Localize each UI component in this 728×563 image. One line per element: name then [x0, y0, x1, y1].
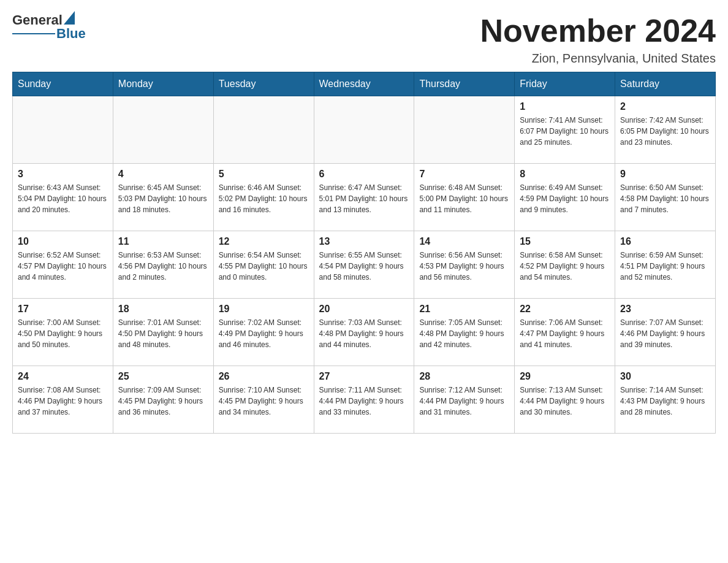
- calendar-cell: 22Sunrise: 7:06 AM Sunset: 4:47 PM Dayli…: [515, 299, 615, 366]
- calendar-cell: [13, 96, 113, 164]
- calendar-cell: 19Sunrise: 7:02 AM Sunset: 4:49 PM Dayli…: [213, 299, 314, 366]
- col-header-sunday: Sunday: [13, 72, 113, 96]
- day-number: 23: [620, 304, 710, 315]
- week-row-5: 24Sunrise: 7:08 AM Sunset: 4:46 PM Dayli…: [13, 366, 716, 434]
- col-header-wednesday: Wednesday: [314, 72, 414, 96]
- day-info: Sunrise: 6:46 AM Sunset: 5:02 PM Dayligh…: [219, 182, 309, 215]
- calendar-cell: 18Sunrise: 7:01 AM Sunset: 4:50 PM Dayli…: [113, 299, 213, 366]
- day-number: 9: [620, 169, 710, 180]
- day-info: Sunrise: 7:10 AM Sunset: 4:45 PM Dayligh…: [219, 385, 309, 418]
- calendar-cell: 6Sunrise: 6:47 AM Sunset: 5:01 PM Daylig…: [314, 164, 414, 231]
- calendar-cell: 11Sunrise: 6:53 AM Sunset: 4:56 PM Dayli…: [113, 231, 213, 299]
- calendar-cell: 8Sunrise: 6:49 AM Sunset: 4:59 PM Daylig…: [515, 164, 615, 231]
- day-number: 21: [419, 304, 509, 315]
- day-info: Sunrise: 7:00 AM Sunset: 4:50 PM Dayligh…: [18, 317, 108, 350]
- calendar-cell: 12Sunrise: 6:54 AM Sunset: 4:55 PM Dayli…: [213, 231, 314, 299]
- day-number: 27: [319, 371, 409, 382]
- week-row-1: 1Sunrise: 7:41 AM Sunset: 6:07 PM Daylig…: [13, 96, 716, 164]
- calendar-cell: 30Sunrise: 7:14 AM Sunset: 4:43 PM Dayli…: [615, 366, 716, 434]
- day-info: Sunrise: 6:53 AM Sunset: 4:56 PM Dayligh…: [118, 250, 208, 283]
- day-info: Sunrise: 6:58 AM Sunset: 4:52 PM Dayligh…: [520, 250, 610, 283]
- calendar-table: SundayMondayTuesdayWednesdayThursdayFrid…: [12, 72, 716, 434]
- calendar-cell: 28Sunrise: 7:12 AM Sunset: 4:44 PM Dayli…: [414, 366, 515, 434]
- page-header: General Blue November 2024 Zion, Pennsyl…: [12, 12, 716, 66]
- day-number: 13: [319, 236, 409, 247]
- day-number: 26: [219, 371, 309, 382]
- day-info: Sunrise: 6:56 AM Sunset: 4:53 PM Dayligh…: [419, 250, 509, 283]
- day-info: Sunrise: 6:54 AM Sunset: 4:55 PM Dayligh…: [219, 250, 309, 283]
- logo-blue-text: Blue: [56, 26, 86, 42]
- calendar-cell: [414, 96, 515, 164]
- day-number: 1: [520, 101, 610, 112]
- calendar-cell: 27Sunrise: 7:11 AM Sunset: 4:44 PM Dayli…: [314, 366, 414, 434]
- day-number: 10: [18, 236, 108, 247]
- day-number: 18: [118, 304, 208, 315]
- col-header-thursday: Thursday: [414, 72, 515, 96]
- day-info: Sunrise: 7:09 AM Sunset: 4:45 PM Dayligh…: [118, 385, 208, 418]
- calendar-cell: 29Sunrise: 7:13 AM Sunset: 4:44 PM Dayli…: [515, 366, 615, 434]
- calendar-cell: 3Sunrise: 6:43 AM Sunset: 5:04 PM Daylig…: [13, 164, 113, 231]
- week-row-3: 10Sunrise: 6:52 AM Sunset: 4:57 PM Dayli…: [13, 231, 716, 299]
- calendar-cell: 9Sunrise: 6:50 AM Sunset: 4:58 PM Daylig…: [615, 164, 716, 231]
- day-info: Sunrise: 6:45 AM Sunset: 5:03 PM Dayligh…: [118, 182, 208, 215]
- col-header-monday: Monday: [113, 72, 213, 96]
- day-info: Sunrise: 7:13 AM Sunset: 4:44 PM Dayligh…: [520, 385, 610, 418]
- day-number: 28: [419, 371, 509, 382]
- calendar-cell: 20Sunrise: 7:03 AM Sunset: 4:48 PM Dayli…: [314, 299, 414, 366]
- calendar-cell: 13Sunrise: 6:55 AM Sunset: 4:54 PM Dayli…: [314, 231, 414, 299]
- calendar-cell: 1Sunrise: 7:41 AM Sunset: 6:07 PM Daylig…: [515, 96, 615, 164]
- calendar-cell: 10Sunrise: 6:52 AM Sunset: 4:57 PM Dayli…: [13, 231, 113, 299]
- calendar-cell: 7Sunrise: 6:48 AM Sunset: 5:00 PM Daylig…: [414, 164, 515, 231]
- calendar-cell: 16Sunrise: 6:59 AM Sunset: 4:51 PM Dayli…: [615, 231, 716, 299]
- location-text: Zion, Pennsylvania, United States: [480, 52, 716, 66]
- day-number: 16: [620, 236, 710, 247]
- day-number: 14: [419, 236, 509, 247]
- day-info: Sunrise: 6:47 AM Sunset: 5:01 PM Dayligh…: [319, 182, 409, 215]
- day-number: 29: [520, 371, 610, 382]
- day-info: Sunrise: 6:59 AM Sunset: 4:51 PM Dayligh…: [620, 250, 710, 283]
- calendar-cell: 14Sunrise: 6:56 AM Sunset: 4:53 PM Dayli…: [414, 231, 515, 299]
- day-number: 5: [219, 169, 309, 180]
- calendar-cell: 2Sunrise: 7:42 AM Sunset: 6:05 PM Daylig…: [615, 96, 716, 164]
- calendar-cell: 4Sunrise: 6:45 AM Sunset: 5:03 PM Daylig…: [113, 164, 213, 231]
- calendar-cell: 17Sunrise: 7:00 AM Sunset: 4:50 PM Dayli…: [13, 299, 113, 366]
- calendar-header-row: SundayMondayTuesdayWednesdayThursdayFrid…: [13, 72, 716, 96]
- day-number: 6: [319, 169, 409, 180]
- col-header-friday: Friday: [515, 72, 615, 96]
- day-number: 30: [620, 371, 710, 382]
- month-title: November 2024: [480, 12, 716, 49]
- calendar-cell: 26Sunrise: 7:10 AM Sunset: 4:45 PM Dayli…: [213, 366, 314, 434]
- day-number: 7: [419, 169, 509, 180]
- day-info: Sunrise: 7:05 AM Sunset: 4:48 PM Dayligh…: [419, 317, 509, 350]
- calendar-cell: 5Sunrise: 6:46 AM Sunset: 5:02 PM Daylig…: [213, 164, 314, 231]
- week-row-4: 17Sunrise: 7:00 AM Sunset: 4:50 PM Dayli…: [13, 299, 716, 366]
- calendar-cell: [314, 96, 414, 164]
- day-info: Sunrise: 7:03 AM Sunset: 4:48 PM Dayligh…: [319, 317, 409, 350]
- calendar-cell: 24Sunrise: 7:08 AM Sunset: 4:46 PM Dayli…: [13, 366, 113, 434]
- day-number: 20: [319, 304, 409, 315]
- calendar-cell: 15Sunrise: 6:58 AM Sunset: 4:52 PM Dayli…: [515, 231, 615, 299]
- day-info: Sunrise: 7:07 AM Sunset: 4:46 PM Dayligh…: [620, 317, 710, 350]
- day-info: Sunrise: 7:01 AM Sunset: 4:50 PM Dayligh…: [118, 317, 208, 350]
- day-number: 8: [520, 169, 610, 180]
- logo: General Blue: [12, 12, 86, 42]
- day-info: Sunrise: 6:49 AM Sunset: 4:59 PM Dayligh…: [520, 182, 610, 215]
- day-info: Sunrise: 7:12 AM Sunset: 4:44 PM Dayligh…: [419, 385, 509, 418]
- calendar-cell: 21Sunrise: 7:05 AM Sunset: 4:48 PM Dayli…: [414, 299, 515, 366]
- calendar-cell: 25Sunrise: 7:09 AM Sunset: 4:45 PM Dayli…: [113, 366, 213, 434]
- day-number: 2: [620, 101, 710, 112]
- day-info: Sunrise: 7:08 AM Sunset: 4:46 PM Dayligh…: [18, 385, 108, 418]
- day-number: 24: [18, 371, 108, 382]
- day-info: Sunrise: 7:14 AM Sunset: 4:43 PM Dayligh…: [620, 385, 710, 418]
- day-number: 15: [520, 236, 610, 247]
- day-info: Sunrise: 7:02 AM Sunset: 4:49 PM Dayligh…: [219, 317, 309, 350]
- day-info: Sunrise: 7:41 AM Sunset: 6:07 PM Dayligh…: [520, 115, 610, 148]
- day-number: 4: [118, 169, 208, 180]
- week-row-2: 3Sunrise: 6:43 AM Sunset: 5:04 PM Daylig…: [13, 164, 716, 231]
- day-number: 25: [118, 371, 208, 382]
- day-info: Sunrise: 7:11 AM Sunset: 4:44 PM Dayligh…: [319, 385, 409, 418]
- logo-divider: [12, 33, 55, 34]
- day-info: Sunrise: 6:43 AM Sunset: 5:04 PM Dayligh…: [18, 182, 108, 215]
- calendar-cell: [113, 96, 213, 164]
- day-number: 11: [118, 236, 208, 247]
